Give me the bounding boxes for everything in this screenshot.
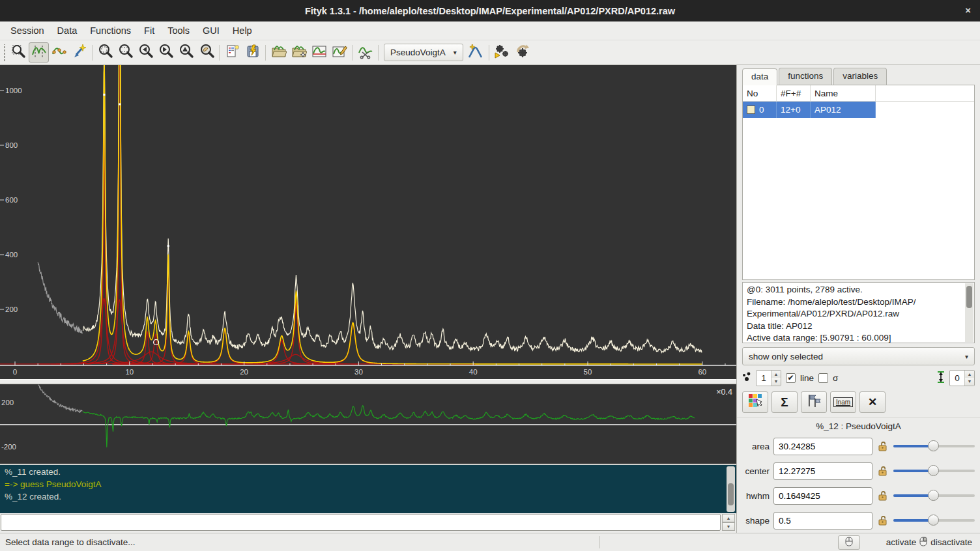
strip-background-icon bbox=[358, 44, 373, 62]
strip-background-button[interactable] bbox=[355, 42, 375, 63]
aux-plot[interactable]: 200-200×0.4 bbox=[0, 384, 736, 464]
auto-add-peak-button[interactable] bbox=[466, 42, 486, 63]
menu-item-gui[interactable]: GUI bbox=[196, 23, 226, 38]
load-data-button[interactable] bbox=[268, 42, 289, 63]
param-input-hwhm[interactable] bbox=[773, 487, 872, 505]
spin-up-icon[interactable]: ▲ bbox=[965, 371, 974, 378]
edit-transform-button[interactable] bbox=[329, 42, 349, 63]
menu-item-data[interactable]: Data bbox=[51, 23, 84, 38]
point-size-spinner[interactable]: 1 ▲▼ bbox=[756, 370, 781, 386]
main-plot[interactable]: 01020304050602004006008001000 bbox=[0, 65, 736, 379]
menu-item-tools[interactable]: Tools bbox=[161, 23, 196, 38]
param-input-center[interactable] bbox=[773, 462, 872, 480]
lock-icon[interactable] bbox=[876, 466, 888, 476]
zoom-undo-button[interactable] bbox=[196, 42, 216, 63]
dataset-checkbox[interactable] bbox=[747, 106, 755, 114]
data-range-mode-button[interactable] bbox=[29, 42, 49, 63]
save-session-button[interactable] bbox=[242, 42, 263, 63]
functions-flags-icon bbox=[807, 393, 821, 411]
tab-data[interactable]: data bbox=[742, 68, 777, 85]
data-range-mode-icon bbox=[31, 44, 47, 62]
undo-fit-button[interactable] bbox=[512, 42, 532, 63]
display-mode-value: show only selected bbox=[749, 352, 823, 361]
tab-functions[interactable]: functions bbox=[779, 68, 832, 85]
zoom-all-icon bbox=[98, 44, 113, 62]
status-bar: Select data range to disactivate... acti… bbox=[0, 533, 980, 551]
function-title: %_12 : PseudoVoigtA bbox=[737, 419, 980, 434]
run-fit-button[interactable] bbox=[492, 42, 512, 63]
spin-up-icon[interactable]: ▲ bbox=[771, 371, 781, 378]
data-editor-button[interactable] bbox=[309, 42, 329, 63]
slider-thumb[interactable] bbox=[928, 440, 939, 451]
col-header-name: Name bbox=[811, 85, 876, 101]
menu-item-session[interactable]: Session bbox=[4, 23, 51, 38]
menu-item-help[interactable]: Help bbox=[226, 23, 259, 38]
lock-icon[interactable] bbox=[876, 441, 888, 451]
zoom-all-button[interactable] bbox=[95, 42, 115, 63]
sigma-checkbox[interactable] bbox=[818, 373, 828, 383]
show-names-button[interactable]: Inam bbox=[830, 391, 856, 413]
spin-down-icon[interactable]: ▼ bbox=[965, 378, 974, 386]
zoom-up-icon bbox=[179, 44, 194, 62]
zoom-left-button[interactable] bbox=[136, 42, 156, 63]
lock-icon[interactable] bbox=[876, 515, 888, 526]
command-history-spinner[interactable]: ▲▼ bbox=[722, 514, 735, 531]
dataset-table: No #F+# Name 0 12+0 AP012 bbox=[742, 85, 975, 280]
mouse-hint-button[interactable] bbox=[838, 535, 860, 550]
param-row-shape: shape bbox=[737, 508, 980, 533]
param-input-area[interactable] bbox=[773, 438, 872, 455]
history-up-icon[interactable]: ▲ bbox=[722, 514, 735, 522]
toolbar-separator bbox=[92, 45, 93, 61]
line-checkbox[interactable]: ✔ bbox=[786, 373, 796, 383]
toolbar-drag-handle[interactable] bbox=[2, 44, 7, 61]
menu-bar: SessionDataFunctionsFitToolsGUIHelp bbox=[0, 21, 980, 40]
load-data-custom-button[interactable] bbox=[289, 42, 309, 63]
slider-thumb[interactable] bbox=[928, 515, 939, 526]
dataset-row[interactable]: 0 12+0 AP012 bbox=[743, 102, 974, 118]
zoom-right-button[interactable] bbox=[156, 42, 176, 63]
menu-item-fit[interactable]: Fit bbox=[137, 23, 161, 38]
session-log-icon bbox=[225, 44, 240, 62]
dataset-fcount: 12+0 bbox=[777, 102, 811, 118]
zoom-mode-button[interactable] bbox=[8, 42, 29, 63]
plot-splitter[interactable] bbox=[0, 379, 736, 384]
spin-down-icon[interactable]: ▼ bbox=[771, 378, 781, 386]
console-scrollbar[interactable] bbox=[727, 466, 735, 512]
show-sum-button[interactable]: Σ bbox=[771, 391, 798, 413]
zoom-up-button[interactable] bbox=[176, 42, 196, 63]
close-window-button[interactable]: × bbox=[965, 5, 971, 16]
dataset-info-box[interactable]: @0: 3011 points, 2789 active.Filename: /… bbox=[742, 282, 975, 343]
zoom-vertical-button[interactable] bbox=[115, 42, 136, 63]
aux-y-tick-label: 200 bbox=[1, 399, 14, 406]
console-output[interactable]: %_11 created.=-> guess PseudoVoigtA%_12 … bbox=[0, 464, 736, 513]
show-functions-button[interactable] bbox=[801, 391, 827, 413]
sigma-sum-label: Σ bbox=[781, 395, 788, 410]
lock-icon[interactable] bbox=[876, 490, 888, 501]
shift-spinner[interactable]: 0 ▲▼ bbox=[949, 370, 975, 386]
load-data-custom-icon bbox=[291, 44, 307, 62]
param-slider-area[interactable] bbox=[892, 440, 976, 452]
history-down-icon[interactable]: ▼ bbox=[722, 522, 735, 531]
param-slider-center[interactable] bbox=[892, 465, 976, 477]
info-line: Active data range: [5.90791 : 60.009] bbox=[747, 332, 962, 343]
data-series-active bbox=[83, 65, 702, 352]
menu-item-functions[interactable]: Functions bbox=[83, 23, 137, 38]
toolbar: PseudoVoigtA ▾ bbox=[0, 40, 980, 65]
color-grid-button[interactable] bbox=[742, 391, 768, 413]
command-input[interactable] bbox=[1, 514, 721, 531]
tab-variables[interactable]: variables bbox=[833, 68, 887, 85]
add-peak-mode-button[interactable] bbox=[69, 42, 89, 63]
function-type-dropdown[interactable]: PseudoVoigtA ▾ bbox=[384, 44, 463, 61]
display-mode-dropdown[interactable]: show only selected ▾ bbox=[742, 347, 975, 365]
param-input-shape[interactable] bbox=[773, 512, 872, 530]
info-scrollbar[interactable] bbox=[965, 283, 973, 342]
param-slider-shape[interactable] bbox=[892, 515, 976, 526]
slider-thumb[interactable] bbox=[928, 490, 939, 501]
slider-thumb[interactable] bbox=[928, 465, 939, 476]
plot-style-controls: 1 ▲▼ ✔ line σ 0 ▲▼ bbox=[737, 367, 980, 389]
zoom-vertical-icon bbox=[118, 44, 134, 62]
baseline-mode-button[interactable] bbox=[49, 42, 69, 63]
delete-function-button[interactable]: ✕ bbox=[859, 391, 886, 413]
param-slider-hwhm[interactable] bbox=[892, 490, 976, 502]
session-log-button[interactable] bbox=[222, 42, 242, 63]
